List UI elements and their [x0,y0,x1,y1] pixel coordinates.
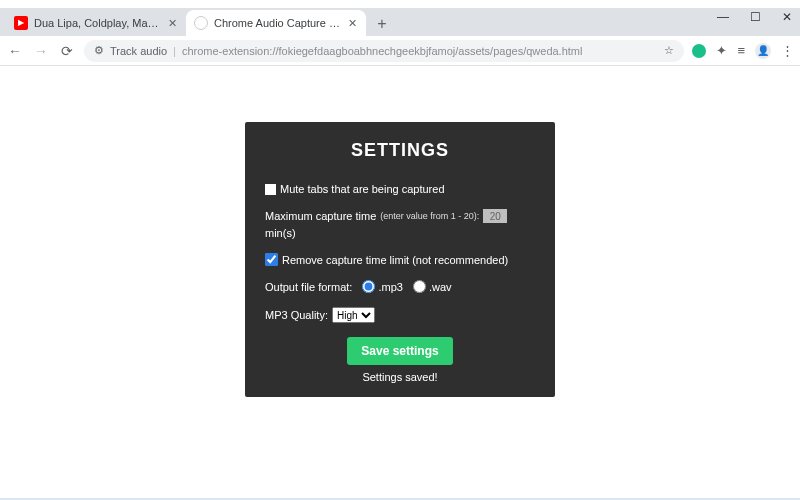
format-wav-option[interactable]: .wav [413,280,452,293]
remove-limit-checkbox[interactable] [265,253,278,266]
remove-limit-label: Remove capture time limit (not recommend… [282,254,508,266]
extensions-puzzle-icon[interactable]: ✦ [716,43,727,58]
close-window-button[interactable]: ✕ [778,10,796,24]
format-mp3-option[interactable]: .mp3 [362,280,402,293]
window-controls: — ☐ ✕ [714,10,796,24]
titlebar [0,0,800,8]
toolbar: ← → ⟳ ⚙ Track audio | chrome-extension:/… [0,36,800,66]
close-icon[interactable]: ✕ [346,17,358,29]
max-time-label: Maximum capture time [265,210,376,222]
tab-options[interactable]: Chrome Audio Capture Options ✕ [186,10,366,36]
format-wav-radio[interactable] [413,280,426,293]
tab-title: Dua Lipa, Coldplay, Martin G [34,17,160,29]
bookmark-star-icon[interactable]: ☆ [664,44,674,57]
reading-list-icon[interactable]: ≡ [737,43,745,58]
url-prefix: Track audio [110,45,167,57]
new-tab-button[interactable]: + [370,12,394,36]
forward-button[interactable]: → [32,43,50,59]
format-wav-label: .wav [429,281,452,293]
save-button[interactable]: Save settings [347,337,452,365]
extension-icon [194,16,208,30]
minimize-button[interactable]: — [714,10,732,24]
settings-heading: SETTINGS [265,140,535,161]
mute-tabs-label: Mute tabs that are being captured [280,183,445,195]
format-mp3-radio[interactable] [362,280,375,293]
url-text: chrome-extension://fokiegefdaagboabhnech… [182,45,658,57]
tab-youtube[interactable]: ▶ Dua Lipa, Coldplay, Martin G ✕ [6,10,186,36]
format-row: Output file format: .mp3 .wav [265,280,535,293]
quality-row: MP3 Quality: High [265,307,535,323]
page-content: SETTINGS Mute tabs that are being captur… [0,66,800,500]
max-time-unit: min(s) [265,227,296,239]
close-icon[interactable]: ✕ [166,17,178,29]
settings-panel: SETTINGS Mute tabs that are being captur… [245,122,555,397]
tab-title: Chrome Audio Capture Options [214,17,340,29]
saved-message: Settings saved! [265,371,535,383]
mute-tabs-row: Mute tabs that are being captured [265,183,535,195]
max-time-input[interactable] [483,209,507,223]
extension-icons: ✦ ≡ 👤 ⋮ [692,43,794,59]
site-settings-icon[interactable]: ⚙ [94,44,104,57]
profile-avatar[interactable]: 👤 [755,43,771,59]
max-time-row: Maximum capture time (enter value from 1… [265,209,535,239]
tab-strip: ▶ Dua Lipa, Coldplay, Martin G ✕ Chrome … [0,8,800,36]
format-label: Output file format: [265,281,352,293]
quality-label: MP3 Quality: [265,309,328,321]
remove-limit-row: Remove capture time limit (not recommend… [265,253,535,266]
max-time-hint: (enter value from 1 - 20): [380,211,479,221]
address-bar[interactable]: ⚙ Track audio | chrome-extension://fokie… [84,40,684,62]
menu-dots-icon[interactable]: ⋮ [781,43,794,58]
maximize-button[interactable]: ☐ [746,10,764,24]
reload-button[interactable]: ⟳ [58,43,76,59]
back-button[interactable]: ← [6,43,24,59]
quality-select[interactable]: High [332,307,375,323]
mute-tabs-checkbox[interactable] [265,184,276,195]
extension-green-icon[interactable] [692,44,706,58]
format-mp3-label: .mp3 [378,281,402,293]
youtube-icon: ▶ [14,16,28,30]
